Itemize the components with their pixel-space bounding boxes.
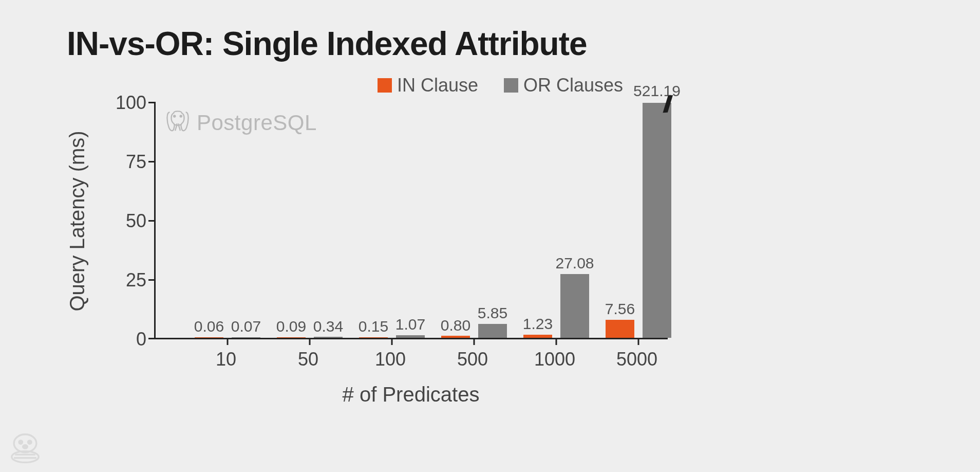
ytick-mark bbox=[148, 338, 156, 339]
svg-point-4 bbox=[28, 441, 31, 444]
chart-title: IN-vs-OR: Single Indexed Attribute bbox=[67, 25, 587, 63]
value-label: 1.23 bbox=[523, 315, 553, 333]
value-label: 0.80 bbox=[441, 317, 470, 334]
value-label: 1.07 bbox=[395, 316, 425, 333]
xtick-label: 50 bbox=[298, 349, 318, 370]
ytick-label: 0 bbox=[110, 329, 146, 350]
ytick-label: 50 bbox=[110, 210, 146, 232]
bar-or-1000 bbox=[560, 274, 589, 338]
value-label: 0.09 bbox=[276, 318, 306, 335]
bar-in-50 bbox=[277, 337, 306, 338]
elephant-icon bbox=[165, 109, 191, 137]
bar-or-50 bbox=[314, 337, 343, 338]
value-label: 0.07 bbox=[231, 318, 261, 335]
svg-point-5 bbox=[23, 445, 28, 449]
bar-or-10 bbox=[232, 337, 260, 338]
bar-in-5000 bbox=[606, 320, 634, 338]
value-label: 7.56 bbox=[605, 300, 635, 318]
xtick-mark bbox=[391, 338, 393, 345]
x-axis-title: # of Predicates bbox=[343, 383, 480, 406]
chart-stage: IN-vs-OR: Single Indexed Attribute IN Cl… bbox=[0, 0, 980, 472]
ytick-mark bbox=[148, 161, 156, 162]
y-axis-title: Query Latency (ms) bbox=[66, 131, 89, 311]
legend-label-or: OR Clauses bbox=[523, 75, 623, 96]
legend-label-in: IN Clause bbox=[397, 75, 478, 96]
chart-legend: IN Clause OR Clauses bbox=[0, 75, 980, 96]
value-label: 0.06 bbox=[194, 318, 224, 335]
svg-point-0 bbox=[174, 116, 175, 117]
value-label: 0.15 bbox=[359, 318, 388, 335]
xtick-mark bbox=[309, 338, 311, 345]
xtick-label: 500 bbox=[457, 349, 488, 370]
svg-point-1 bbox=[180, 116, 182, 117]
ytick-label: 100 bbox=[110, 92, 146, 114]
value-label: 0.34 bbox=[313, 318, 343, 335]
ytick-mark bbox=[148, 220, 156, 222]
bar-or-5000 bbox=[643, 103, 671, 338]
xtick-label: 10 bbox=[216, 349, 236, 370]
bar-in-500 bbox=[441, 336, 470, 338]
xtick-mark bbox=[227, 338, 229, 345]
plot-area: PostgreSQL 0.06 0.07 0.09 0.34 0.15 1.07… bbox=[154, 103, 668, 339]
brand-watermark-icon bbox=[7, 430, 43, 468]
value-label: 521.19 bbox=[633, 82, 681, 100]
ytick-mark bbox=[148, 102, 156, 103]
legend-swatch-in bbox=[378, 78, 392, 93]
xtick-label: 100 bbox=[375, 349, 406, 370]
legend-swatch-or bbox=[504, 78, 518, 93]
postgresql-label: PostgreSQL bbox=[197, 111, 317, 135]
ytick-label: 25 bbox=[110, 269, 146, 291]
ytick-label: 75 bbox=[110, 151, 146, 173]
svg-point-2 bbox=[14, 434, 36, 452]
xtick-mark bbox=[474, 338, 475, 345]
bar-or-500 bbox=[478, 324, 507, 338]
xtick-mark bbox=[638, 338, 639, 345]
bar-or-100 bbox=[396, 335, 425, 338]
bar-in-10 bbox=[195, 337, 223, 338]
svg-point-3 bbox=[19, 441, 23, 444]
value-label: 5.85 bbox=[478, 304, 507, 322]
postgresql-watermark: PostgreSQL bbox=[165, 109, 317, 137]
bar-in-1000 bbox=[523, 335, 552, 338]
value-label: 27.08 bbox=[555, 255, 594, 272]
ytick-mark bbox=[148, 279, 156, 281]
xtick-label: 5000 bbox=[616, 349, 657, 370]
xtick-mark bbox=[556, 338, 557, 345]
xtick-label: 1000 bbox=[534, 349, 575, 370]
bar-in-100 bbox=[359, 337, 388, 338]
